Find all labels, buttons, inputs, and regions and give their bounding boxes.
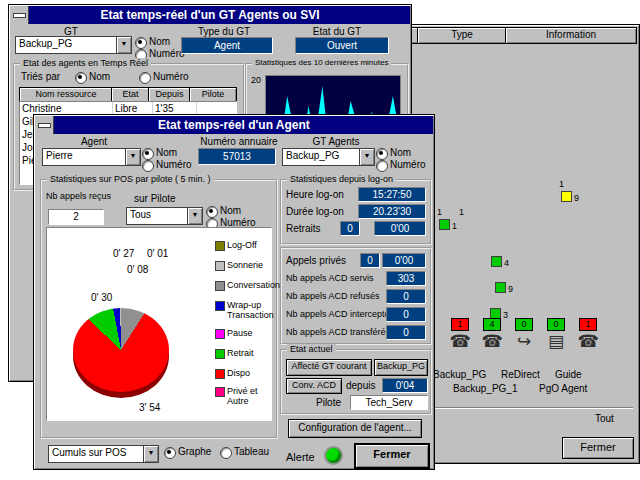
gt-node[interactable]: 4 [491,256,509,269]
tableau-radio[interactable] [220,447,232,459]
system-menu-icon[interactable] [10,6,29,24]
legend-swatch [215,329,225,339]
gt-agents-radio-nom[interactable] [376,148,388,160]
gt-courant-button[interactable]: Backup_PG [374,359,428,376]
appels-prives-label: Appels privés [286,255,346,266]
pilote-select[interactable]: Tous ▼ [126,207,203,225]
sort-radio-nom-label: Nom [89,71,110,82]
y-axis-tick: 20 [251,75,261,85]
gt-select[interactable]: Backup_PG ▼ [15,36,132,54]
pie-value-label: 0' 27 [113,248,134,259]
gt-agents-radio-numero-label: Numéro [390,159,426,170]
affecte-gt-button[interactable]: Affecté GT courant [286,359,372,376]
etat-actuel-title: Etat actuel [287,344,336,354]
etat-conv-button[interactable]: Conv. ACD [286,378,342,394]
station-count-badge: 0 [515,318,533,331]
agent-radio-nom[interactable] [142,148,154,160]
numero-annuaire-label: Numéro annuaire [184,136,294,147]
appels-prives-count: 0 [360,253,380,268]
legend-item: Dispo [215,368,273,378]
legend-swatch [215,387,225,397]
pilote-radio-nom[interactable] [206,206,218,218]
chevron-down-icon[interactable]: ▼ [187,208,202,224]
divider [433,407,633,409]
pie-value-label: 0' 01 [147,248,168,259]
retraits-duration: 0'00 [374,221,426,236]
gt-node-count: 1 [559,179,564,189]
station-backup-pg[interactable]: 1 ☎ [445,317,475,353]
legend-item: Conversation [215,280,273,290]
gt-agents-radio-nom-label: Nom [390,147,411,158]
column-header-information[interactable]: Information [505,27,637,44]
gt-agents-select[interactable]: Backup_PG ▼ [282,148,375,166]
column-header-type[interactable]: Type [417,27,507,44]
appels-prives-duration: 0'00 [382,253,426,268]
agent-label: Agent [54,136,134,147]
chevron-down-icon[interactable]: ▼ [359,149,374,165]
pos-stats-title: Statistiques sur POS par pilote ( 5 min.… [47,174,214,184]
pie-chart-panel: 0' 27 0' 01 0' 08 0' 30 3' 54 Log-Off So… [46,227,272,421]
station-label: Backup_PG_1 [453,383,518,394]
gt-window-titlebar[interactable]: Etat temps-réel d'un GT Agents ou SVI [10,6,410,24]
gt-node[interactable]: 9 [561,191,579,204]
pilote-radio-nom-label: Nom [220,205,241,216]
station-guide[interactable]: 0 ▤ [541,317,571,353]
gt-node-square [491,256,502,267]
chevron-down-icon[interactable]: ▼ [143,446,158,462]
phone-icon: ☎ [573,331,603,353]
depuis-value: 0'04 [382,378,428,393]
fermer-button[interactable]: Fermer [562,437,634,459]
gt-node-count: 1 [459,207,464,217]
pilote-select-value: Tous [130,208,187,222]
nb-recus-value: 2 [48,209,104,225]
logon-stats-group: Statistiques depuis log-on Heure log-on … [280,179,432,245]
station-backup-pg-1[interactable]: 4 ☎ [477,317,507,353]
fermer-button[interactable]: Fermer [354,443,430,469]
legend-swatch [215,261,225,271]
etat-gt-label: Etat du GT [287,26,387,37]
gt-agents-label: GT Agents [286,136,386,147]
cumuls-select[interactable]: Cumuls sur POS ▼ [48,445,159,463]
agent-window: Etat temps-réel d'un Agent Agent Pierre … [33,114,435,470]
agent-window-titlebar[interactable]: Etat temps-réel d'un Agent [35,116,433,134]
sort-radio-nom[interactable] [75,72,87,84]
station-count-badge: 0 [547,318,565,331]
pie-value-label: 3' 54 [139,402,160,413]
chevron-down-icon[interactable]: ▼ [125,149,140,165]
graphe-radio[interactable] [164,447,176,459]
legend-item: Sonnerie [215,260,273,270]
acd-interceptes-value: 0 [386,307,426,322]
gt-radio-nom-label: Nom [149,36,170,47]
legend-swatch [215,281,225,291]
sort-radio-numero[interactable] [139,72,151,84]
acd-servis-value: 303 [386,271,426,286]
agent-select[interactable]: Pierre ▼ [42,148,141,166]
pilote-label: Pilote [316,397,341,408]
legend-swatch [215,301,225,311]
pilote-value: Tech_Serv [350,395,428,410]
gt-node[interactable]: 1 [439,219,457,232]
gt-agents-select-value: Backup_PG [286,149,359,163]
gt-radio-nom[interactable] [135,37,147,49]
gt-node[interactable]: 9 [495,282,513,295]
station-redirect[interactable]: 0 ↪ [509,317,539,353]
chevron-down-icon[interactable]: ▼ [116,37,131,53]
configuration-button[interactable]: Configuration de l'agent... [288,419,422,438]
minutes-stats-title: Statistiques des 10 dernières minutes [252,58,391,67]
acd-refuses-label: Nb appels ACD refusés [286,291,380,301]
system-menu-icon[interactable] [35,116,54,134]
legend-item: Log-Off [215,240,273,250]
nb-recus-label: Nb appels reçus [46,191,111,201]
acd-transferes-value: 0 [386,325,426,340]
station-pgo-agent[interactable]: 1 ☎ [573,317,603,353]
pie-chart [73,308,169,392]
acd-servis-label: Nb appels ACD servis [286,273,374,283]
heure-logon-value: 15:27:50 [358,187,426,202]
legend-item: Privé et Autre [215,386,273,406]
heure-logon-label: Heure log-on [286,189,344,200]
gt-node-square [495,282,506,293]
gt-node-value: 9 [508,284,513,294]
agent-radio-numero[interactable] [142,160,154,172]
pie-value-label: 0' 30 [91,292,112,303]
gt-agents-radio-numero[interactable] [376,160,388,172]
